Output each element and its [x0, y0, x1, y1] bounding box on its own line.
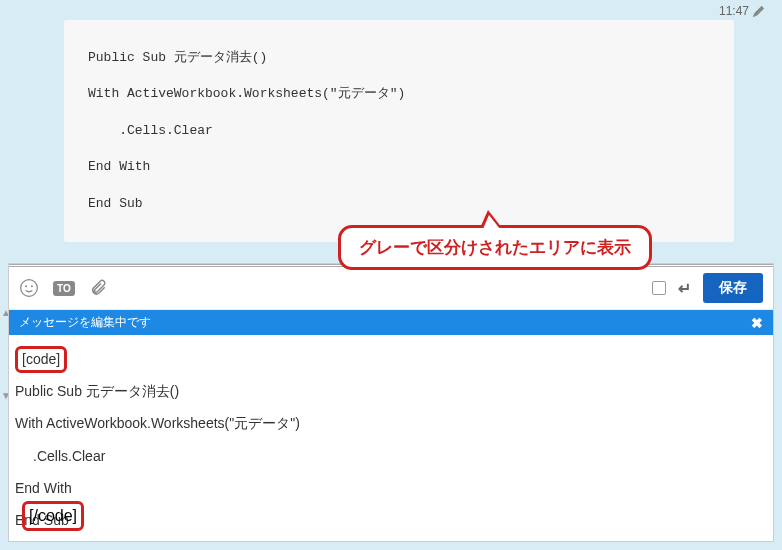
editor-line: End With [15, 472, 767, 504]
editor-status-bar: メッセージを編集中です ✖ [9, 310, 773, 335]
toolbar-right-group: ↵ 保存 [652, 273, 763, 303]
checkbox-toggle[interactable] [652, 281, 666, 295]
preview-area: 11:47 Public Sub 元データ消去() With ActiveWor… [0, 0, 782, 242]
annotation-callout: グレーで区分けされたエリアに表示 [338, 225, 652, 270]
code-tag-open: [code] [22, 351, 60, 367]
code-line: End With [88, 149, 710, 185]
editor-line: .Cells.Clear [15, 440, 767, 472]
code-line: With ActiveWorkbook.Worksheets("元データ") [88, 76, 710, 112]
code-line: .Cells.Clear [88, 113, 710, 149]
code-line: Public Sub 元データ消去() [88, 40, 710, 76]
toolbar-left-group: TO [19, 278, 107, 298]
code-tag-close: [/code] [29, 507, 77, 524]
code-line: End Sub [88, 186, 710, 222]
callout-text: グレーで区分けされたエリアに表示 [359, 238, 631, 257]
pencil-icon[interactable] [753, 6, 764, 17]
svg-point-1 [25, 285, 27, 287]
status-message: メッセージを編集中です [19, 314, 151, 331]
attachment-icon[interactable] [89, 279, 107, 297]
code-tag-open-highlight: [code] [15, 346, 67, 373]
svg-point-2 [31, 285, 33, 287]
editor-textarea[interactable]: [code] Public Sub 元データ消去() With ActiveWo… [9, 335, 773, 541]
close-icon[interactable]: ✖ [751, 315, 763, 331]
timestamp-text: 11:47 [719, 4, 749, 18]
return-icon[interactable]: ↵ [678, 279, 691, 298]
timestamp-row: 11:47 [10, 0, 772, 18]
editor-toolbar: TO ↵ 保存 [9, 267, 773, 310]
editor-line: With ActiveWorkbook.Worksheets("元データ") [15, 407, 767, 439]
emoji-icon[interactable] [19, 278, 39, 298]
svg-point-0 [21, 280, 38, 297]
save-button[interactable]: 保存 [703, 273, 763, 303]
code-preview-block: Public Sub 元データ消去() With ActiveWorkbook.… [64, 20, 734, 242]
editor-panel: TO ↵ 保存 メッセージを編集中です ✖ [code] Public Sub … [8, 263, 774, 542]
editor-line: Public Sub 元データ消去() [15, 375, 767, 407]
editor-line: End Sub [15, 504, 767, 536]
to-badge[interactable]: TO [53, 281, 75, 296]
code-tag-close-highlight: [/code] [22, 501, 84, 531]
